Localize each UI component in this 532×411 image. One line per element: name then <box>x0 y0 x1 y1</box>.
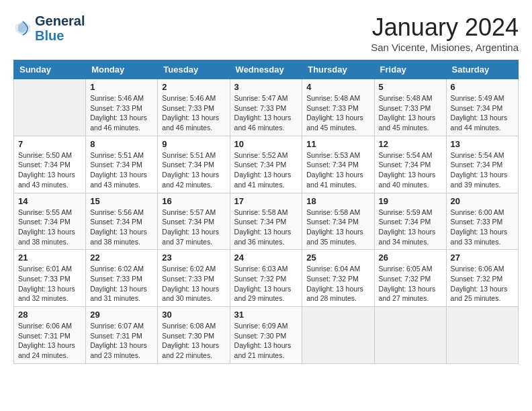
column-header-wednesday: Wednesday <box>230 60 302 79</box>
calendar-cell: 21Sunrise: 6:01 AM Sunset: 7:33 PM Dayli… <box>14 250 86 307</box>
calendar-cell <box>302 307 374 364</box>
day-info: Sunrise: 5:49 AM Sunset: 7:34 PM Dayligh… <box>451 93 514 133</box>
day-info: Sunrise: 5:51 AM Sunset: 7:34 PM Dayligh… <box>162 150 225 190</box>
calendar-cell: 30Sunrise: 6:08 AM Sunset: 7:30 PM Dayli… <box>158 307 230 364</box>
calendar-cell: 17Sunrise: 5:58 AM Sunset: 7:34 PM Dayli… <box>230 193 302 250</box>
logo-text: General Blue <box>35 13 85 43</box>
day-number: 19 <box>379 196 442 206</box>
calendar-cell: 8Sunrise: 5:51 AM Sunset: 7:34 PM Daylig… <box>86 136 158 193</box>
day-info: Sunrise: 5:50 AM Sunset: 7:34 PM Dayligh… <box>18 150 81 190</box>
logo-blue: Blue <box>35 28 64 43</box>
calendar-cell <box>446 307 518 364</box>
day-number: 30 <box>162 310 225 320</box>
calendar-cell: 20Sunrise: 6:00 AM Sunset: 7:33 PM Dayli… <box>446 193 518 250</box>
day-info: Sunrise: 6:02 AM Sunset: 7:33 PM Dayligh… <box>90 264 153 304</box>
day-info: Sunrise: 5:57 AM Sunset: 7:34 PM Dayligh… <box>162 208 225 247</box>
calendar-cell: 9Sunrise: 5:51 AM Sunset: 7:34 PM Daylig… <box>158 136 230 193</box>
page-header: General Blue January 2024 San Vicente, M… <box>13 13 519 53</box>
day-info: Sunrise: 5:46 AM Sunset: 7:33 PM Dayligh… <box>90 93 153 133</box>
day-number: 20 <box>451 196 514 206</box>
day-info: Sunrise: 6:00 AM Sunset: 7:33 PM Dayligh… <box>451 208 514 247</box>
calendar-cell <box>14 79 86 136</box>
calendar-week-row: 21Sunrise: 6:01 AM Sunset: 7:33 PM Dayli… <box>14 250 519 307</box>
day-info: Sunrise: 6:07 AM Sunset: 7:31 PM Dayligh… <box>90 321 153 361</box>
day-number: 17 <box>234 196 298 206</box>
day-number: 1 <box>90 82 153 92</box>
calendar-cell: 31Sunrise: 6:09 AM Sunset: 7:30 PM Dayli… <box>230 307 302 364</box>
day-number: 24 <box>234 253 298 263</box>
day-number: 10 <box>234 139 298 149</box>
day-info: Sunrise: 6:04 AM Sunset: 7:32 PM Dayligh… <box>306 264 369 304</box>
logo-icon <box>13 19 32 38</box>
day-info: Sunrise: 6:05 AM Sunset: 7:32 PM Dayligh… <box>379 264 442 304</box>
calendar-cell: 28Sunrise: 6:06 AM Sunset: 7:31 PM Dayli… <box>14 307 86 364</box>
day-info: Sunrise: 5:54 AM Sunset: 7:34 PM Dayligh… <box>451 150 514 190</box>
day-info: Sunrise: 5:58 AM Sunset: 7:34 PM Dayligh… <box>234 208 298 247</box>
day-number: 14 <box>18 196 81 206</box>
calendar-cell: 12Sunrise: 5:54 AM Sunset: 7:34 PM Dayli… <box>374 136 446 193</box>
calendar-week-row: 7Sunrise: 5:50 AM Sunset: 7:34 PM Daylig… <box>14 136 519 193</box>
day-info: Sunrise: 6:08 AM Sunset: 7:30 PM Dayligh… <box>162 321 225 361</box>
day-info: Sunrise: 6:01 AM Sunset: 7:33 PM Dayligh… <box>18 264 81 304</box>
day-number: 31 <box>234 310 298 320</box>
day-number: 3 <box>234 82 298 92</box>
day-number: 18 <box>306 196 369 206</box>
day-number: 8 <box>90 139 153 149</box>
calendar-cell: 10Sunrise: 5:52 AM Sunset: 7:34 PM Dayli… <box>230 136 302 193</box>
calendar-cell: 25Sunrise: 6:04 AM Sunset: 7:32 PM Dayli… <box>302 250 374 307</box>
calendar-cell: 23Sunrise: 6:02 AM Sunset: 7:33 PM Dayli… <box>158 250 230 307</box>
logo-general: General <box>35 13 85 28</box>
calendar-week-row: 14Sunrise: 5:55 AM Sunset: 7:34 PM Dayli… <box>14 193 519 250</box>
day-info: Sunrise: 5:59 AM Sunset: 7:34 PM Dayligh… <box>379 208 442 247</box>
day-number: 28 <box>18 310 81 320</box>
title-section: January 2024 San Vicente, Misiones, Arge… <box>371 13 519 53</box>
day-info: Sunrise: 6:06 AM Sunset: 7:31 PM Dayligh… <box>18 321 81 361</box>
location-title: San Vicente, Misiones, Argentina <box>371 42 519 53</box>
day-number: 4 <box>306 82 369 92</box>
day-number: 15 <box>90 196 153 206</box>
day-info: Sunrise: 5:54 AM Sunset: 7:34 PM Dayligh… <box>379 150 442 190</box>
calendar-cell: 26Sunrise: 6:05 AM Sunset: 7:32 PM Dayli… <box>374 250 446 307</box>
day-number: 9 <box>162 139 225 149</box>
day-number: 26 <box>379 253 442 263</box>
day-number: 23 <box>162 253 225 263</box>
day-info: Sunrise: 5:52 AM Sunset: 7:34 PM Dayligh… <box>234 150 298 190</box>
day-number: 13 <box>451 139 514 149</box>
day-info: Sunrise: 5:48 AM Sunset: 7:33 PM Dayligh… <box>379 93 442 133</box>
day-info: Sunrise: 5:56 AM Sunset: 7:34 PM Dayligh… <box>90 208 153 247</box>
calendar-cell: 2Sunrise: 5:46 AM Sunset: 7:33 PM Daylig… <box>158 79 230 136</box>
column-header-saturday: Saturday <box>446 60 518 79</box>
calendar-week-row: 28Sunrise: 6:06 AM Sunset: 7:31 PM Dayli… <box>14 307 519 364</box>
day-info: Sunrise: 6:06 AM Sunset: 7:32 PM Dayligh… <box>451 264 514 304</box>
day-number: 12 <box>379 139 442 149</box>
calendar-cell <box>374 307 446 364</box>
day-info: Sunrise: 6:03 AM Sunset: 7:32 PM Dayligh… <box>234 264 298 304</box>
calendar-cell: 1Sunrise: 5:46 AM Sunset: 7:33 PM Daylig… <box>86 79 158 136</box>
day-info: Sunrise: 5:58 AM Sunset: 7:34 PM Dayligh… <box>306 208 369 247</box>
day-number: 29 <box>90 310 153 320</box>
calendar-cell: 19Sunrise: 5:59 AM Sunset: 7:34 PM Dayli… <box>374 193 446 250</box>
column-header-tuesday: Tuesday <box>158 60 230 79</box>
calendar-cell: 3Sunrise: 5:47 AM Sunset: 7:33 PM Daylig… <box>230 79 302 136</box>
column-header-monday: Monday <box>86 60 158 79</box>
day-number: 16 <box>162 196 225 206</box>
calendar-cell: 16Sunrise: 5:57 AM Sunset: 7:34 PM Dayli… <box>158 193 230 250</box>
day-number: 25 <box>306 253 369 263</box>
calendar-header-row: SundayMondayTuesdayWednesdayThursdayFrid… <box>14 60 519 79</box>
day-number: 2 <box>162 82 225 92</box>
day-number: 7 <box>18 139 81 149</box>
calendar-cell: 24Sunrise: 6:03 AM Sunset: 7:32 PM Dayli… <box>230 250 302 307</box>
day-number: 6 <box>451 82 514 92</box>
day-number: 11 <box>306 139 369 149</box>
calendar-cell: 4Sunrise: 5:48 AM Sunset: 7:33 PM Daylig… <box>302 79 374 136</box>
calendar-cell: 27Sunrise: 6:06 AM Sunset: 7:32 PM Dayli… <box>446 250 518 307</box>
day-number: 21 <box>18 253 81 263</box>
logo: General Blue <box>13 13 85 43</box>
day-info: Sunrise: 5:47 AM Sunset: 7:33 PM Dayligh… <box>234 93 298 133</box>
calendar-cell: 18Sunrise: 5:58 AM Sunset: 7:34 PM Dayli… <box>302 193 374 250</box>
column-header-thursday: Thursday <box>302 60 374 79</box>
column-header-friday: Friday <box>374 60 446 79</box>
day-info: Sunrise: 6:09 AM Sunset: 7:30 PM Dayligh… <box>234 321 298 361</box>
calendar-week-row: 1Sunrise: 5:46 AM Sunset: 7:33 PM Daylig… <box>14 79 519 136</box>
calendar-cell: 29Sunrise: 6:07 AM Sunset: 7:31 PM Dayli… <box>86 307 158 364</box>
